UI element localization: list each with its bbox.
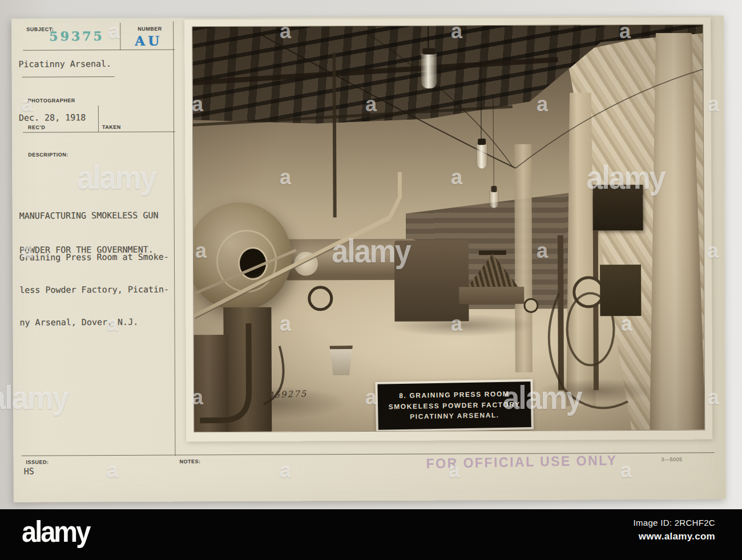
image-id: Image ID: 2RCHF2C	[634, 518, 715, 527]
pipes-and-wires-overlay	[192, 25, 704, 432]
recd-label: REC'D	[28, 124, 45, 130]
official-use-stamp: FOR OFFICIAL USE ONLY	[426, 452, 617, 472]
divider-line	[23, 131, 175, 132]
archive-record-card: SUBJECT: 59375 NUMBER AU Picatinny Arsen…	[11, 15, 726, 502]
subject-number-stamp: 59375	[49, 29, 104, 43]
issued-value: HS	[24, 466, 34, 477]
issued-label: ISSUED:	[26, 459, 49, 465]
divider-line	[22, 76, 115, 78]
alamy-footer-bar: alamy Image ID: 2RCHF2C www.alamy.com	[0, 509, 742, 560]
lamp-socket	[491, 186, 497, 192]
column-divider-line	[173, 21, 175, 456]
description-line: less Powder Factory, Picatin-	[19, 285, 169, 296]
caption-line: PICATINNY ARSENAL.	[410, 410, 499, 422]
divider-line	[23, 49, 175, 50]
caption-plate-text: 8. GRAINING PRESS ROOM SMOKELESS POWDER …	[377, 382, 531, 430]
description-line: ny Arsenal, Dover, N.J.	[19, 317, 169, 328]
photographer-label: PHOTOGRAPHER	[28, 98, 75, 103]
subject-title: Picatinny Arsenal.	[18, 58, 111, 70]
hanging-lamp	[476, 144, 487, 169]
lamp-socket	[422, 48, 435, 54]
taken-label: TAKEN	[102, 124, 121, 130]
footer-meta: Image ID: 2RCHF2C www.alamy.com	[634, 518, 715, 542]
number-label: NUMBER	[138, 26, 162, 32]
form-number: 3—5005	[662, 457, 683, 462]
description-paragraph-2: Graining Press Room at Smoke- less Powde…	[19, 230, 170, 350]
caption-line: SMOKELESS POWDER FACTORY	[388, 399, 520, 412]
lamp-socket	[478, 139, 486, 145]
alamy-url: www.alamy.com	[634, 531, 715, 542]
notes-label: NOTES:	[180, 458, 201, 464]
description-line: Graining Press Room at Smoke-	[19, 252, 169, 263]
scanned-archive-photo-page: SUBJECT: 59375 NUMBER AU Picatinny Arsen…	[0, 0, 742, 560]
description-line: MANUFACTURING SMOKELESS GUN	[19, 210, 159, 222]
divider-line	[98, 105, 99, 132]
divider-line	[120, 23, 120, 50]
handwritten-photo-number: Ø59275	[266, 388, 308, 400]
description-label: DESCRIPTION:	[28, 152, 68, 157]
alamy-logo: alamy	[22, 514, 89, 549]
caption-plate: 8. GRAINING PRESS ROOM SMOKELESS POWDER …	[375, 379, 534, 432]
hanging-lamp	[421, 53, 437, 88]
graining-press-room-photo: Ø59275 8. GRAINING PRESS ROOM SMOKELESS …	[192, 25, 704, 432]
received-date: Dec. 28, 1918	[19, 112, 86, 124]
number-value-stamp: AU	[135, 33, 162, 48]
photograph-print: Ø59275 8. GRAINING PRESS ROOM SMOKELESS …	[184, 17, 712, 441]
hanging-lamp	[489, 191, 498, 208]
